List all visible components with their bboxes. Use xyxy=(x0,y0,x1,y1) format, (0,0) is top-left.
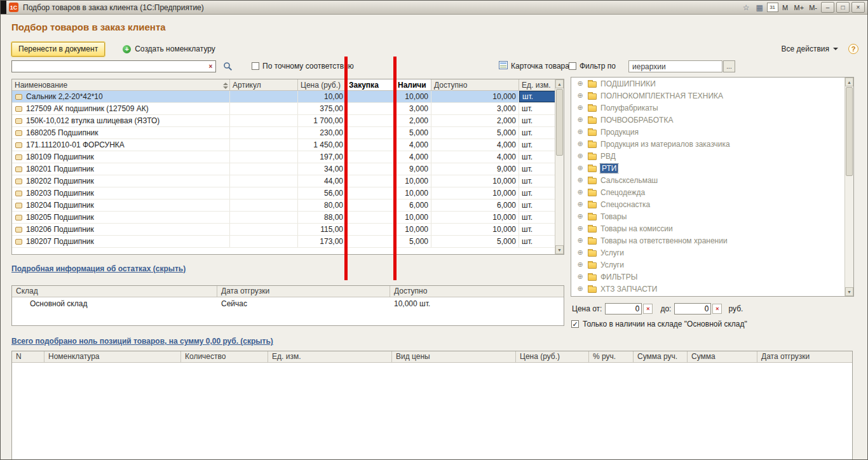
cell-stock[interactable]: 10,000 xyxy=(395,224,431,235)
expand-icon[interactable]: ⊕ xyxy=(576,188,584,196)
price-from-input[interactable] xyxy=(605,303,642,315)
cell-article[interactable] xyxy=(230,103,298,114)
expand-icon[interactable]: ⊕ xyxy=(576,116,584,124)
header-stock[interactable]: Наличи xyxy=(395,79,431,90)
cell-name[interactable]: 180202 Подшипник xyxy=(12,175,230,187)
cell-unit[interactable]: шт. xyxy=(519,187,556,199)
cell-available[interactable]: 10,000 xyxy=(431,212,519,223)
cell-available[interactable]: 10,000 xyxy=(431,187,519,199)
exact-match-checkbox-group[interactable]: По точному соответствию xyxy=(252,62,354,71)
cell-ship-date[interactable]: Сейчас xyxy=(217,299,390,308)
tree-item[interactable]: ⊕РТИ xyxy=(571,162,844,174)
cell-unit[interactable]: шт. xyxy=(519,127,556,139)
hierarchy-select-button[interactable]: ... xyxy=(723,60,735,72)
cell-available[interactable]: 9,000 xyxy=(431,163,519,175)
cell-unit[interactable]: шт. xyxy=(519,139,556,151)
product-row[interactable]: 180207 Подшипник173,005,0005,000шт. xyxy=(12,236,556,248)
memory-m-plus-button[interactable]: М+ xyxy=(792,3,806,13)
tree-item[interactable]: ⊕ПОЧВООБРАБОТКА xyxy=(571,114,844,126)
cell-article[interactable] xyxy=(230,115,298,126)
close-button[interactable]: × xyxy=(851,2,865,13)
clear-search-icon[interactable]: × xyxy=(206,62,215,71)
cell-unit[interactable]: шт. xyxy=(519,224,556,235)
cell-name[interactable]: 180206 Подшипник xyxy=(12,224,230,235)
selection-header-cell[interactable]: Ед. изм. xyxy=(268,351,392,362)
cell-article[interactable] xyxy=(230,127,298,139)
cell-stock[interactable]: 10,000 xyxy=(395,212,431,223)
selection-header-cell[interactable]: N xyxy=(12,351,44,362)
cell-name[interactable]: 171.1112010-01 ФОРСУНКА xyxy=(12,139,230,151)
transfer-to-document-button[interactable]: Перенести в документ xyxy=(11,42,105,57)
tree-item[interactable]: ⊕Продукция xyxy=(571,126,844,138)
cell-available[interactable]: 3,000 xyxy=(431,103,519,114)
cell-unit[interactable]: шт. xyxy=(519,163,556,175)
calculator-icon[interactable]: ▦ xyxy=(754,3,766,13)
expand-icon[interactable]: ⊕ xyxy=(576,285,584,293)
cell-name[interactable]: 127509 АК подшипник (127509 АК) xyxy=(12,103,230,114)
cell-purchase[interactable] xyxy=(346,200,395,211)
expand-icon[interactable]: ⊕ xyxy=(576,224,584,233)
tree-scrollbar[interactable]: ▲ ▼ xyxy=(844,78,853,296)
in-stock-checkbox[interactable]: ✓ xyxy=(571,320,579,328)
cell-stock[interactable]: 2,000 xyxy=(395,115,431,126)
tree-item[interactable]: ⊕Товары на ответственном хранении xyxy=(571,234,844,247)
product-row[interactable]: 150К-10,012 втулка шлицевая (ЯЗТО)1 700,… xyxy=(12,115,556,127)
selection-header-cell[interactable]: % руч. xyxy=(589,351,634,362)
tree-item[interactable]: ⊕Услуги xyxy=(571,247,844,259)
stock-details-link[interactable]: Подробная информация об остатках (скрыть… xyxy=(11,264,186,273)
scroll-down-icon[interactable]: ▼ xyxy=(845,287,853,296)
selection-header-cell[interactable]: Количество xyxy=(181,351,268,362)
scroll-up-icon[interactable]: ▲ xyxy=(845,78,853,86)
cell-purchase[interactable] xyxy=(346,103,395,114)
cell-article[interactable] xyxy=(230,175,298,187)
filter-by-checkbox-group[interactable]: Фильтр по xyxy=(569,62,616,71)
tree-item[interactable]: ⊕Сальсксельмаш xyxy=(571,174,844,186)
favorites-icon[interactable]: ☆ xyxy=(740,3,752,13)
cell-name[interactable]: 180205 Подшипник xyxy=(12,212,230,223)
tree-item[interactable]: ⊕РВД xyxy=(571,150,844,162)
cell-stock[interactable]: 3,000 xyxy=(395,103,431,114)
cell-available[interactable]: 10,000 xyxy=(431,175,519,187)
expand-icon[interactable]: ⊕ xyxy=(576,176,584,184)
tree-item[interactable]: ⊕Товары xyxy=(571,210,844,222)
cell-price[interactable]: 1 450,00 xyxy=(298,139,346,151)
product-row[interactable]: 1680205 Подшипник230,005,0005,000шт. xyxy=(12,127,556,139)
cell-stock[interactable]: 4,000 xyxy=(395,151,431,163)
cell-name[interactable]: 1680205 Подшипник xyxy=(12,127,230,139)
selection-header-cell[interactable]: Вид цены xyxy=(392,351,516,362)
cell-price[interactable]: 80,00 xyxy=(298,200,346,211)
product-row[interactable]: 180109 Подшипник197,004,0004,000шт. xyxy=(12,151,556,163)
cell-unit[interactable]: шт. xyxy=(519,115,556,126)
cell-stock[interactable]: 10,000 xyxy=(395,175,431,187)
cell-warehouse[interactable]: Основной склад xyxy=(12,299,217,308)
header-purchase[interactable]: Закупка xyxy=(346,79,395,90)
header-article[interactable]: Артикул xyxy=(230,79,298,90)
product-row[interactable]: 171.1112010-01 ФОРСУНКА1 450,004,0004,00… xyxy=(12,139,556,151)
product-row[interactable]: 180204 Подшипник80,006,0006,000шт. xyxy=(12,200,556,212)
cell-purchase[interactable] xyxy=(346,115,395,126)
cell-unit[interactable]: шт. xyxy=(519,200,556,211)
cell-article[interactable] xyxy=(230,236,298,247)
search-input[interactable] xyxy=(12,62,206,71)
tree-item[interactable]: ⊕ХТЗ ЗАПЧАСТИ xyxy=(571,283,844,295)
selection-header-cell[interactable]: Номенклатура xyxy=(44,351,181,362)
header-ship-date[interactable]: Дата отгрузки xyxy=(217,286,390,297)
hierarchy-combobox[interactable]: иерархии xyxy=(628,60,722,72)
selection-header-cell[interactable]: Цена (руб.) xyxy=(516,351,589,362)
cell-stock[interactable]: 6,000 xyxy=(395,200,431,211)
cell-price[interactable]: 88,00 xyxy=(298,212,346,223)
tree-item[interactable]: ⊕Товары на комиссии xyxy=(571,222,844,234)
expand-icon[interactable]: ⊕ xyxy=(576,260,584,269)
scroll-up-icon[interactable]: ▲ xyxy=(555,79,564,88)
cell-available[interactable]: 4,000 xyxy=(431,151,519,163)
cell-purchase[interactable] xyxy=(346,91,395,102)
cell-purchase[interactable] xyxy=(346,139,395,151)
expand-icon[interactable]: ⊕ xyxy=(576,212,584,220)
cell-stock[interactable]: 5,000 xyxy=(395,236,431,247)
cell-available[interactable]: 4,000 xyxy=(431,139,519,151)
clear-price-from-icon[interactable]: × xyxy=(643,304,653,314)
tree-item[interactable]: ⊕Спецоснастка xyxy=(571,198,844,210)
expand-icon[interactable]: ⊕ xyxy=(576,91,584,100)
memory-m-button[interactable]: М xyxy=(780,3,791,13)
tree-item[interactable]: ⊕Продукция из материалов заказчика xyxy=(571,138,844,150)
